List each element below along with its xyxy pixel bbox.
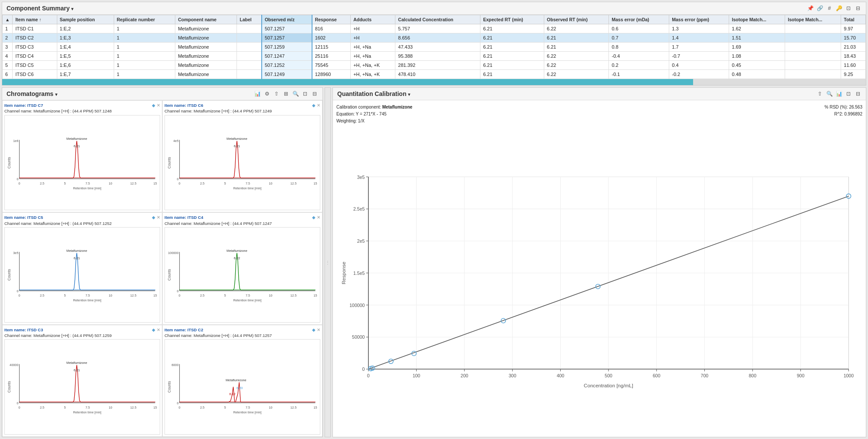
zoom-icon[interactable]: 🔍 (292, 90, 299, 97)
chromatograms-title[interactable]: Chromatograms (7, 90, 57, 97)
chrom-close-icon[interactable]: ⊟ (311, 90, 318, 97)
key-icon[interactable]: 🔑 (835, 5, 842, 12)
calib-chart-icon[interactable]: 📊 (835, 90, 842, 97)
diamond-icon[interactable]: ◆ (152, 102, 155, 114)
calibration-title[interactable]: Quantitation Calibration (337, 90, 410, 97)
table-cell: 6.21 (544, 43, 609, 52)
chromatograms-dropdown-icon[interactable] (55, 90, 57, 97)
table-cell: -0.1 (609, 70, 669, 79)
component-summary-dropdown-icon[interactable] (71, 5, 73, 12)
window-close-icon[interactable]: ⊟ (855, 5, 861, 12)
svg-text:6.22: 6.22 (234, 256, 240, 260)
col-label[interactable]: Label (237, 15, 262, 24)
chrom-item-channel: Channel name: Metaflumizone [+H] : (44.4… (164, 221, 312, 226)
svg-text:Counts: Counts (167, 381, 171, 393)
chromatogram-item: Item name: ITSD C6 Channel name: Metaflu… (162, 100, 322, 212)
col-mass-error-mda[interactable]: Mass error (mDa) (609, 15, 669, 24)
svg-text:Metaflumizone: Metaflumizone (66, 137, 87, 141)
svg-text:Retention time [min]: Retention time [min] (73, 298, 101, 302)
table-cell: 0.45 (729, 61, 785, 70)
table-row[interactable]: 6ITSD C61:E,71Metaflumizone507.124912896… (3, 70, 866, 79)
calibration-dropdown-icon[interactable] (408, 90, 410, 97)
col-sort[interactable]: ▲ (3, 15, 13, 24)
table-cell: +H, +Na (351, 43, 395, 52)
chrom-item-header: Item name: ITSD C3 Channel name: Metaflu… (4, 327, 160, 339)
pin-icon[interactable]: 📌 (807, 5, 814, 12)
col-sample-position[interactable]: Sample position (57, 15, 114, 24)
col-isotope-match-1[interactable]: Isotope Match... (729, 15, 785, 24)
diamond-icon[interactable]: ◆ (312, 215, 316, 226)
svg-text:800: 800 (749, 373, 756, 378)
close-icon[interactable]: ✕ (317, 327, 320, 339)
diamond-icon[interactable]: ◆ (152, 215, 155, 226)
horizontal-scrollbar[interactable] (2, 79, 866, 85)
calib-restore-icon[interactable]: ⊡ (845, 90, 852, 97)
chromatograms-header: Chromatograms 📊 ⚙ ⇧ ⊞ 🔍 ⊡ ⊟ (2, 88, 322, 100)
col-response[interactable]: Response (312, 15, 351, 24)
table-row[interactable]: 5ITSD C51:E,61Metaflumizone507.125275545… (3, 61, 866, 70)
diamond-icon[interactable]: ◆ (312, 327, 316, 339)
table-cell: 1 (3, 24, 13, 33)
col-total[interactable]: Total (841, 15, 866, 24)
chrom-item-title: Item name: ITSD C2 Channel name: Metaflu… (164, 327, 312, 339)
col-component-name[interactable]: Component name (175, 15, 237, 24)
chrom-plot: Counts 0 4e5 0 2.5 5 7.5 10 12.5 15 Rete… (164, 115, 320, 211)
svg-text:7.5: 7.5 (246, 406, 250, 410)
table-cell: ITSD C4 (13, 52, 57, 61)
table-row[interactable]: 1ITSD C11:E,21Metaflumizone507.1257816+H… (3, 24, 866, 33)
calib-search-icon[interactable]: 🔍 (826, 90, 833, 97)
table-cell: 0.48 (729, 70, 785, 79)
svg-text:500: 500 (605, 373, 612, 378)
calib-rsd: % RSD (%): 26.563 (825, 104, 862, 111)
close-icon[interactable]: ✕ (317, 102, 320, 114)
diamond-icon[interactable]: ◆ (152, 327, 155, 339)
chrom-item-icons: ◆ ✕ (152, 215, 160, 226)
table-cell: 6.21 (480, 70, 544, 79)
table-row[interactable]: 2ITSD C21:E,31Metaflumizone507.12571602+… (3, 33, 866, 43)
svg-rect-34 (5, 248, 160, 302)
svg-text:10: 10 (109, 182, 112, 185)
col-observed-mz[interactable]: Observed m/z (262, 15, 312, 24)
svg-text:6.21: 6.21 (234, 144, 240, 148)
col-mass-error-ppm[interactable]: Mass error (ppm) (669, 15, 729, 24)
chromatogram-item: Item name: ITSD C3 Channel name: Metaflu… (2, 325, 162, 437)
component-summary-title[interactable]: Component Summary (7, 5, 73, 12)
close-icon[interactable]: ✕ (157, 327, 160, 339)
table-cell: 47.433 (395, 43, 480, 52)
component-summary-header: Component Summary 📌 🔗 # 🔑 ⊡ ⊟ (2, 2, 866, 15)
resize-handle[interactable]: ⋮ (325, 87, 331, 437)
col-expected-rt[interactable]: Expected RT (min) (480, 15, 544, 24)
table-row[interactable]: 4ITSD C41:E,51Metaflumizone507.124725116… (3, 52, 866, 61)
col-adducts[interactable]: Adducts (351, 15, 395, 24)
svg-text:10: 10 (269, 406, 273, 410)
col-replicate-number[interactable]: Replicate number (114, 15, 175, 24)
export-icon[interactable]: ⇧ (273, 90, 280, 97)
layout-icon[interactable]: ⊞ (283, 90, 289, 97)
calib-export-icon[interactable]: ⇧ (816, 90, 823, 97)
close-icon[interactable]: ✕ (157, 215, 160, 226)
settings-icon[interactable]: ⚙ (263, 90, 270, 97)
diamond-icon[interactable]: ◆ (312, 102, 316, 114)
chrom-item-header: Item name: ITSD C4 Channel name: Metaflu… (164, 215, 320, 226)
hash-icon[interactable]: # (826, 5, 833, 12)
svg-text:10: 10 (109, 294, 112, 297)
table-cell: 6 (3, 70, 13, 79)
close-icon[interactable]: ✕ (317, 215, 320, 226)
table-row[interactable]: 3ITSD C31:E,41Metaflumizone507.125912115… (3, 43, 866, 52)
col-isotope-match-2[interactable]: Isotope Match... (785, 15, 841, 24)
bar-chart-icon[interactable]: 📊 (254, 90, 261, 97)
svg-text:10: 10 (109, 406, 112, 410)
calib-close-icon[interactable]: ⊟ (855, 90, 861, 97)
table-cell: ITSD C5 (13, 61, 57, 70)
table-cell: 6.21 (480, 43, 544, 52)
close-icon[interactable]: ✕ (157, 102, 160, 114)
svg-text:6.21: 6.21 (74, 144, 80, 148)
table-cell: 128960 (312, 70, 351, 79)
chrom-restore-icon[interactable]: ⊡ (302, 90, 309, 97)
col-observed-rt[interactable]: Observed RT (min) (544, 15, 609, 24)
svg-text:Concentration [ng/mL]: Concentration [ng/mL] (584, 383, 633, 388)
share-icon[interactable]: 🔗 (816, 5, 823, 12)
col-calc-conc[interactable]: Calculated Concentration (395, 15, 480, 24)
col-item-name[interactable]: Item name ↑ (13, 15, 57, 24)
window-restore-icon[interactable]: ⊡ (845, 5, 852, 12)
